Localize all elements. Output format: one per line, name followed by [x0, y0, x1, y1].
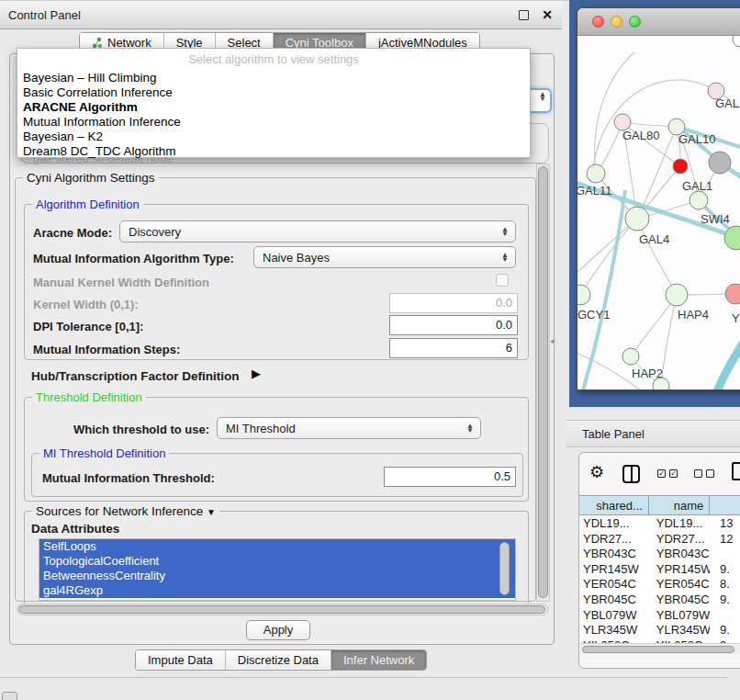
which-threshold-label: Which threshold to use: — [73, 423, 209, 436]
table-row[interactable]: YLR345WYLR345W9. — [579, 622, 740, 638]
network-node-hap2[interactable] — [622, 348, 639, 365]
bottom-tab-impute-data[interactable]: Impute Data — [136, 650, 225, 670]
split-columns-icon[interactable] — [622, 465, 640, 483]
attribute-item[interactable]: BetweennessCentrality — [39, 569, 515, 583]
network-node-gal4[interactable] — [625, 207, 649, 231]
which-threshold-combobox[interactable]: MI Threshold ▲▼ — [217, 417, 481, 439]
table-row[interactable]: YPR145WYPR145W9. — [579, 561, 740, 577]
algorithm-option[interactable]: Mutual Information Inference — [17, 115, 530, 130]
table-row[interactable]: YDR27...YDR27...12 — [579, 531, 740, 547]
manual-kernel-label: Manual Kernel Width Definition — [33, 276, 209, 289]
close-icon[interactable]: ✕ — [542, 7, 553, 22]
network-node-label: SWI4 — [701, 212, 730, 226]
table-row[interactable]: YBR045CYBR045C9. — [579, 592, 740, 607]
algorithm-option[interactable]: ARACNE Algorithm — [17, 100, 530, 115]
network-node-swi4[interactable] — [724, 226, 740, 250]
network-node-gal11[interactable] — [587, 164, 605, 183]
deselect-all-columns-icon[interactable] — [694, 469, 714, 478]
mi-steps-label: Mutual Information Steps: — [33, 343, 180, 356]
document-icon[interactable] — [732, 462, 740, 480]
column-header[interactable]: shared... — [579, 496, 649, 514]
table-hscrollbar-thumb[interactable] — [582, 646, 734, 653]
network-node[interactable] — [709, 152, 731, 174]
sources-title: Sources for Network Inference ▼ — [32, 504, 219, 518]
minimize-traffic-icon[interactable] — [611, 16, 622, 28]
network-node[interactable] — [673, 159, 688, 174]
table-cell: YLR345W — [649, 622, 710, 638]
apply-button[interactable]: Apply — [246, 620, 310, 640]
column-header[interactable]: A — [710, 496, 740, 514]
network-node[interactable] — [733, 36, 740, 47]
combobox-arrows-icon: ▲▼ — [501, 253, 509, 262]
table-cell: 9. — [710, 622, 740, 638]
table-cell: YBR043C — [649, 546, 710, 561]
table-hscrollbar-track[interactable] — [580, 643, 740, 654]
bottom-tab-discretize-data[interactable]: Discretize Data — [225, 650, 331, 670]
expand-right-icon[interactable]: ▶ — [252, 367, 261, 380]
cyni-settings-title: Cyni Algorithm Settings — [23, 171, 159, 185]
combobox-arrows-icon: ▲▼ — [501, 227, 509, 236]
zoom-traffic-icon[interactable] — [629, 16, 641, 28]
attribute-item[interactable]: gal4RGexp — [39, 583, 515, 598]
network-node[interactable] — [653, 378, 669, 390]
select-all-columns-icon[interactable]: ✓ ✓ — [657, 469, 678, 478]
network-node-gcy1[interactable] — [577, 285, 590, 305]
control-panel-title: Control Panel — [8, 8, 81, 22]
settings-vscrollbar-thumb[interactable] — [538, 166, 548, 598]
bottom-tab-label: Discretize Data — [238, 653, 319, 667]
mi-threshold-field[interactable]: 0.5 — [384, 467, 516, 487]
network-node-gal1[interactable] — [690, 191, 708, 209]
close-traffic-icon[interactable] — [592, 16, 604, 28]
network-canvas[interactable]: GALGAL80GAL10GAL11GAL1GAL4SWI4GCY1HAP4YH… — [577, 36, 740, 390]
table-row[interactable]: YDL19...YDL19...13 — [579, 515, 740, 531]
dpi-tolerance-field[interactable]: 0.0 — [389, 315, 518, 335]
table-cell: YDL19... — [649, 515, 710, 531]
network-node-hap4[interactable] — [666, 284, 688, 306]
kernel-width-field[interactable]: 0.0 — [389, 293, 518, 313]
settings-hscrollbar-thumb[interactable] — [18, 605, 545, 614]
table-cell: YDL19... — [579, 515, 649, 531]
attribute-item[interactable]: SelfLoops — [39, 539, 515, 554]
node-table[interactable]: shared...nameAYDL19...YDL19...13YDR27...… — [579, 495, 740, 643]
network-node-label: GAL10 — [678, 132, 715, 146]
algorithm-option[interactable]: Bayesian – K2 — [17, 130, 530, 144]
network-node-label: GAL — [715, 96, 739, 110]
mi-threshold-group-title: MI Threshold Definition — [39, 446, 169, 460]
table-row[interactable]: YBR043CYBR043C — [579, 546, 740, 561]
aracne-mode-combobox[interactable]: Discovery ▲▼ — [119, 220, 516, 243]
table-cell: 9. — [710, 592, 740, 607]
list-scrollbar-thumb[interactable] — [499, 542, 510, 595]
data-attributes-list[interactable]: SelfLoopsTopologicalCoefficientBetweenne… — [39, 538, 516, 601]
network-node-y[interactable] — [725, 284, 740, 304]
table-cell: 13 — [710, 515, 740, 531]
table-cell: 9. — [710, 561, 740, 577]
algorithm-dropdown-list: Select algorithm to view settings Bayesi… — [17, 48, 531, 158]
attribute-item[interactable]: TopologicalCoefficient — [39, 554, 515, 569]
panel-resize-handle[interactable]: ◂ — [550, 336, 555, 345]
bottom-tab-infer-network[interactable]: Infer Network — [331, 650, 426, 670]
algorithm-option[interactable]: Dream8 DC_TDC Algorithm — [17, 144, 530, 159]
table-row[interactable]: YBL079WYBL079W — [579, 607, 740, 623]
gear-icon[interactable]: ⚙ — [589, 462, 604, 482]
manual-kernel-checkbox[interactable] — [496, 274, 509, 287]
dpi-tolerance-label: DPI Tolerance [0,1]: — [33, 320, 143, 333]
hub-definition-toggle[interactable]: Hub/Transcription Factor Definition — [31, 369, 240, 383]
mi-steps-field[interactable]: 6 — [389, 338, 518, 358]
collapse-down-icon[interactable]: ▼ — [207, 507, 216, 517]
aracne-mode-label: Aracne Mode: — [33, 226, 112, 240]
algorithm-option[interactable]: Basic Correlation Inference — [17, 85, 530, 100]
table-cell: YDR27... — [579, 531, 649, 547]
float-window-icon[interactable] — [519, 10, 529, 20]
threshold-definition-title: Threshold Definition — [32, 390, 146, 404]
network-window-titlebar[interactable] — [577, 8, 740, 36]
table-row[interactable]: YER054CYER054C8. — [579, 576, 740, 592]
corner-button[interactable] — [2, 692, 17, 700]
combobox-arrows-icon: ▲▼ — [539, 92, 546, 101]
mi-type-combobox[interactable]: Naive Bayes ▲▼ — [253, 246, 516, 268]
combobox-arrows-icon: ▲▼ — [466, 423, 474, 433]
network-node-label: GAL11 — [577, 184, 612, 198]
column-header[interactable]: name — [649, 496, 710, 514]
algorithm-dropdown-placeholder: Select algorithm to view settings — [17, 49, 530, 71]
bottom-tabs: Impute DataDiscretize DataInfer Network — [135, 649, 427, 671]
algorithm-option[interactable]: Bayesian – Hill Climbing — [17, 71, 530, 85]
